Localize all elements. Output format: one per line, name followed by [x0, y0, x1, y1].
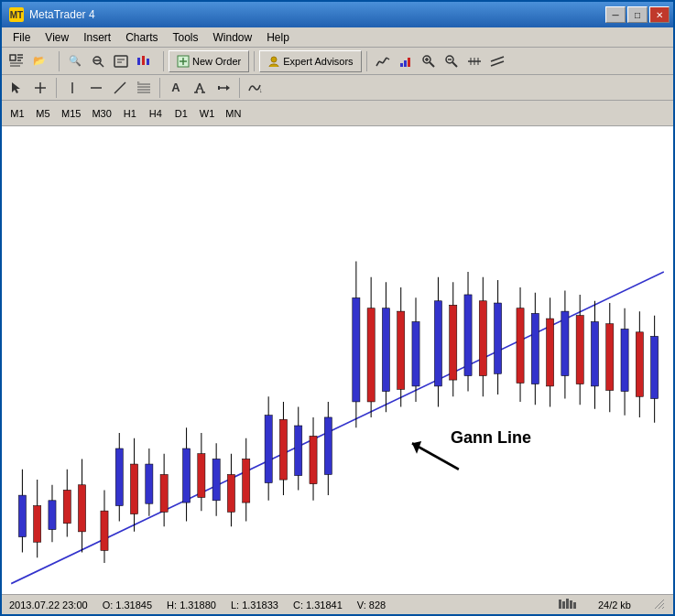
tf-m1[interactable]: M1: [5, 103, 29, 124]
high-value: 1.31880: [180, 600, 216, 611]
svg-rect-94: [295, 426, 302, 476]
status-close: C: 1.31841: [293, 600, 343, 611]
tf-h1[interactable]: H1: [118, 103, 142, 124]
svg-rect-13: [142, 56, 145, 65]
vertical-line-icon[interactable]: [61, 77, 83, 99]
status-filesize: 24/2 kb: [598, 600, 631, 611]
svg-line-35: [491, 61, 504, 66]
tf-mn[interactable]: MN: [221, 103, 245, 124]
main-window: MT MetaTrader 4 ─ □ ✕ File View Insert C…: [0, 0, 675, 616]
svg-rect-92: [279, 419, 287, 480]
expert-advisors-button[interactable]: Expert Advisors: [259, 50, 361, 72]
svg-rect-128: [576, 316, 583, 384]
status-bars-icon: [558, 598, 576, 612]
menu-file[interactable]: File: [5, 29, 38, 46]
zoom-in-icon[interactable]: 🔍: [64, 50, 86, 72]
svg-rect-0: [10, 55, 16, 60]
cursor-icon[interactable]: [5, 77, 27, 99]
svg-rect-138: [651, 336, 659, 398]
svg-rect-132: [606, 324, 614, 391]
text-tool-icon[interactable]: [189, 77, 211, 99]
tf-m5[interactable]: M5: [31, 103, 55, 124]
text-a-icon[interactable]: A: [165, 77, 187, 99]
menu-window[interactable]: Window: [206, 29, 260, 46]
svg-rect-130: [591, 321, 598, 385]
svg-rect-134: [621, 329, 628, 391]
status-low: L: 1.31833: [231, 600, 278, 611]
properties-icon[interactable]: [110, 50, 132, 72]
title-bar-controls: ─ □ ✕: [605, 6, 670, 23]
svg-rect-82: [198, 454, 205, 498]
title-bar: MT MetaTrader 4 ─ □ ✕: [2, 2, 673, 27]
svg-line-24: [430, 62, 434, 67]
svg-line-47: [196, 83, 200, 92]
svg-rect-64: [49, 501, 56, 530]
svg-rect-143: [573, 602, 576, 609]
menu-help[interactable]: Help: [259, 29, 297, 46]
arrow-icon[interactable]: [212, 77, 234, 99]
tf-w1[interactable]: W1: [195, 103, 220, 124]
crosshair-icon[interactable]: [29, 77, 51, 99]
svg-rect-80: [183, 448, 191, 503]
tf-h4[interactable]: H4: [144, 103, 168, 124]
chart-type-icon[interactable]: [133, 50, 155, 72]
svg-rect-53: [218, 86, 220, 90]
svg-line-146: [662, 607, 664, 609]
minimize-button[interactable]: ─: [605, 6, 626, 23]
zoom-out-icon[interactable]: [87, 50, 109, 72]
svg-rect-116: [479, 301, 486, 376]
svg-rect-72: [115, 448, 123, 505]
signals-icon[interactable]: [395, 50, 417, 72]
close-value: 1.31841: [306, 600, 343, 611]
status-open: O: 1.31845: [103, 600, 152, 611]
open-icon[interactable]: 📂: [28, 50, 50, 72]
svg-rect-122: [531, 313, 539, 384]
zoom-chart-out-icon[interactable]: [441, 50, 463, 72]
menu-charts[interactable]: Charts: [118, 29, 165, 46]
history-icon[interactable]: [372, 50, 394, 72]
chart-container[interactable]: Gann Line: [2, 126, 673, 594]
svg-rect-118: [495, 303, 502, 373]
chart-scroll-icon[interactable]: [486, 50, 508, 72]
low-value: 1.31833: [242, 600, 278, 611]
maximize-button[interactable]: □: [627, 6, 648, 23]
close-button[interactable]: ✕: [649, 6, 670, 23]
expert-advisors-label: Expert Advisors: [283, 56, 353, 67]
drawing-toolbar: E A ↓: [2, 75, 673, 101]
toolbar1: 📂 🔍 New Order Expert Advisors: [2, 48, 673, 75]
svg-rect-76: [146, 464, 153, 503]
trendline-icon[interactable]: [109, 77, 131, 99]
chart-svg: [2, 126, 673, 594]
tf-d1[interactable]: D1: [169, 103, 193, 124]
fib-icon[interactable]: E: [133, 77, 155, 99]
svg-rect-102: [367, 308, 375, 402]
period-sep-icon[interactable]: [463, 50, 485, 72]
status-volume: V: 828: [357, 600, 386, 611]
svg-rect-78: [160, 474, 168, 512]
open-value: 1.31845: [115, 600, 152, 611]
svg-rect-66: [63, 490, 71, 523]
svg-rect-62: [34, 505, 41, 542]
menu-view[interactable]: View: [38, 29, 76, 46]
tf-m30[interactable]: M30: [87, 103, 115, 124]
svg-line-19: [376, 61, 379, 66]
new-chart-icon[interactable]: [5, 50, 27, 72]
new-order-button[interactable]: New Order: [169, 50, 249, 72]
svg-rect-112: [450, 305, 457, 380]
svg-line-7: [100, 63, 103, 67]
menu-bar: File View Insert Charts Tools Window Hel…: [2, 27, 673, 48]
svg-rect-100: [353, 297, 360, 402]
svg-rect-106: [397, 311, 405, 389]
menu-insert[interactable]: Insert: [76, 29, 118, 46]
menu-tools[interactable]: Tools: [166, 29, 206, 46]
horizontal-line-icon[interactable]: [85, 77, 107, 99]
wave-icon[interactable]: ↓: [245, 77, 267, 99]
svg-line-21: [383, 58, 386, 63]
svg-line-28: [452, 62, 457, 67]
zoom-chart-in-icon[interactable]: [418, 50, 440, 72]
svg-point-18: [271, 57, 277, 62]
new-order-label: New Order: [192, 56, 241, 67]
status-high: H: 1.31880: [167, 600, 216, 611]
svg-rect-124: [547, 319, 554, 386]
tf-m15[interactable]: M15: [57, 103, 85, 124]
